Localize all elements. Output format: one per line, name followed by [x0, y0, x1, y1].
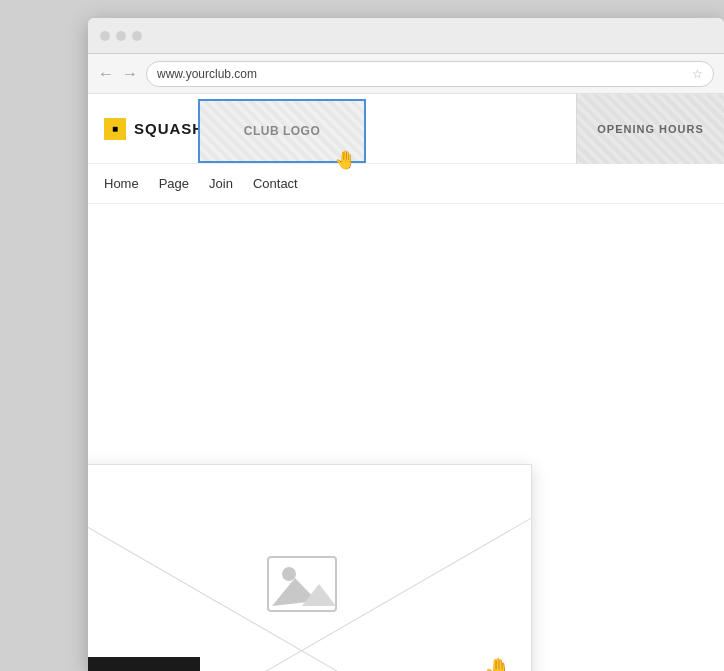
browser-titlebar: [88, 18, 724, 54]
site-nav: Home Page Join Contact: [88, 164, 724, 204]
forward-button[interactable]: →: [122, 66, 138, 82]
browser-dot-1: [100, 31, 110, 41]
logo-icon-box: ■: [104, 118, 126, 140]
logo-icon-symbol: ■: [112, 123, 118, 134]
svg-point-1: [282, 567, 296, 581]
heading-text: Heading: [93, 667, 180, 671]
image-card[interactable]: 🤚 Heading: [88, 464, 532, 671]
club-logo-label: CLUB LOGO: [244, 124, 321, 138]
browser-window: ← → www.yourclub.com ☆ ■ SQUASH CLUB CLU…: [88, 18, 724, 671]
address-bar[interactable]: www.yourclub.com ☆: [146, 61, 714, 87]
cursor-hand-icon: 🤚: [334, 149, 357, 171]
nav-home[interactable]: Home: [104, 172, 139, 195]
image-card-inner: 🤚 Heading: [88, 465, 531, 671]
opening-hours-panel: OPENING HOURS: [576, 94, 724, 164]
bookmark-icon: ☆: [692, 67, 703, 81]
nav-contact[interactable]: Contact: [253, 172, 298, 195]
club-logo-placeholder[interactable]: CLUB LOGO 🤚: [198, 99, 366, 163]
site-header: ■ SQUASH CLUB CLUB LOGO 🤚 OPENING HOURS: [88, 94, 724, 164]
browser-dot-2: [116, 31, 126, 41]
image-placeholder-icon: [267, 556, 337, 612]
website-content: ■ SQUASH CLUB CLUB LOGO 🤚 OPENING HOURS …: [88, 94, 724, 671]
browser-dot-3: [132, 31, 142, 41]
nav-join[interactable]: Join: [209, 172, 233, 195]
browser-toolbar: ← → www.yourclub.com ☆: [88, 54, 724, 94]
opening-hours-label: OPENING HOURS: [597, 123, 704, 135]
back-button[interactable]: ←: [98, 66, 114, 82]
nav-page[interactable]: Page: [159, 172, 189, 195]
url-text: www.yourclub.com: [157, 67, 692, 81]
cursor-hand-2-icon: 🤚: [484, 657, 511, 671]
main-area: CLUB CALENDAR CLUB OFFICIALS: [88, 464, 724, 671]
heading-bar: Heading: [88, 657, 200, 671]
